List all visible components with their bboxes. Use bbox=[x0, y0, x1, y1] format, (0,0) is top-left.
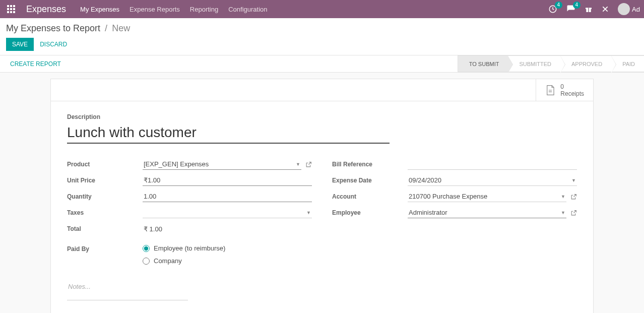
form-wrapper: 0 Receipts Description Product ▼ bbox=[0, 73, 644, 313]
nav-right: 4 4 Ad bbox=[548, 3, 640, 15]
breadcrumb-sep: / bbox=[105, 23, 107, 33]
nav-reporting[interactable]: Reporting bbox=[190, 6, 218, 13]
unit-price-label: Unit Price bbox=[67, 177, 143, 184]
total-label: Total bbox=[67, 225, 143, 232]
create-report-button[interactable]: CREATE REPORT bbox=[10, 60, 61, 68]
breadcrumb: My Expenses to Report / New bbox=[6, 23, 638, 34]
brand-title: Expenses bbox=[26, 4, 66, 15]
form-body: Description Product ▼ bbox=[51, 101, 593, 313]
user-label: Ad bbox=[632, 6, 640, 13]
nav-my-expenses[interactable]: My Expenses bbox=[80, 6, 119, 13]
paid-by-employee-label: Employee (to reimburse) bbox=[154, 244, 225, 252]
external-link-icon[interactable] bbox=[305, 161, 312, 168]
receipts-count: 0 bbox=[560, 83, 584, 90]
messages-badge: 4 bbox=[573, 2, 581, 9]
receipts-button[interactable]: 0 Receipts bbox=[536, 79, 593, 101]
avatar bbox=[618, 3, 630, 15]
status-approved[interactable]: APPROVED bbox=[560, 55, 611, 72]
quantity-label: Quantity bbox=[67, 193, 143, 200]
breadcrumb-current: New bbox=[112, 23, 130, 33]
left-column: Product ▼ Unit Price bbox=[67, 158, 312, 302]
header-actions: SAVE DISCARD bbox=[6, 38, 638, 55]
top-nav: Expenses My Expenses Expense Reports Rep… bbox=[0, 0, 644, 18]
user-menu[interactable]: Ad bbox=[618, 3, 640, 15]
paid-by-company-radio[interactable] bbox=[143, 258, 150, 265]
breadcrumb-root[interactable]: My Expenses to Report bbox=[6, 23, 100, 33]
product-label: Product bbox=[67, 161, 143, 168]
paid-by-employee-radio[interactable] bbox=[143, 245, 150, 252]
close-icon[interactable] bbox=[602, 6, 609, 13]
employee-input[interactable] bbox=[408, 207, 566, 218]
paid-by-company-option[interactable]: Company bbox=[143, 257, 225, 265]
svg-rect-3 bbox=[588, 8, 589, 12]
status-to-submit[interactable]: TO SUBMIT bbox=[458, 55, 508, 72]
gift-icon[interactable] bbox=[585, 5, 593, 13]
nav-configuration[interactable]: Configuration bbox=[228, 6, 267, 13]
expense-date-label: Expense Date bbox=[332, 177, 408, 184]
product-input[interactable] bbox=[143, 159, 301, 170]
status-submitted[interactable]: SUBMITTED bbox=[508, 55, 560, 72]
account-input[interactable] bbox=[408, 191, 566, 202]
taxes-label: Taxes bbox=[67, 209, 143, 216]
activity-badge: 4 bbox=[555, 2, 563, 9]
description-label: Description bbox=[67, 113, 577, 120]
paid-by-label: Paid By bbox=[67, 244, 143, 253]
form-topbar: 0 Receipts bbox=[51, 79, 593, 101]
messages-icon[interactable]: 4 bbox=[566, 5, 575, 14]
apps-icon[interactable] bbox=[6, 4, 16, 14]
paid-by-company-label: Company bbox=[154, 257, 182, 265]
secondary-bar: CREATE REPORT TO SUBMIT SUBMITTED APPROV… bbox=[0, 55, 644, 73]
nav-expense-reports[interactable]: Expense Reports bbox=[130, 6, 180, 13]
discard-button[interactable]: DISCARD bbox=[40, 41, 67, 48]
external-link-icon[interactable] bbox=[570, 210, 577, 216]
status-bar: TO SUBMIT SUBMITTED APPROVED PAID bbox=[458, 55, 644, 72]
save-button[interactable]: SAVE bbox=[6, 38, 34, 51]
external-link-icon[interactable] bbox=[570, 194, 577, 200]
unit-price-input[interactable] bbox=[143, 175, 312, 186]
right-column: Bill Reference Expense Date ▼ Accoun bbox=[332, 158, 577, 302]
employee-label: Employee bbox=[332, 209, 408, 216]
paid-by-employee-option[interactable]: Employee (to reimburse) bbox=[143, 244, 225, 252]
form-sheet: 0 Receipts Description Product ▼ bbox=[50, 79, 594, 313]
account-label: Account bbox=[332, 193, 408, 200]
quantity-input[interactable] bbox=[143, 191, 312, 202]
page-header: My Expenses to Report / New SAVE DISCARD bbox=[0, 18, 644, 55]
receipts-label: Receipts bbox=[560, 90, 584, 97]
nav-links: My Expenses Expense Reports Reporting Co… bbox=[80, 6, 267, 13]
bill-reference-input[interactable] bbox=[408, 159, 577, 170]
activity-icon[interactable]: 4 bbox=[548, 5, 557, 14]
description-input[interactable] bbox=[67, 122, 390, 144]
bill-reference-label: Bill Reference bbox=[332, 161, 408, 168]
notes-textarea[interactable] bbox=[67, 281, 188, 300]
total-value: ₹ 1.00 bbox=[143, 224, 163, 234]
expense-date-input[interactable] bbox=[408, 175, 577, 186]
taxes-input[interactable] bbox=[143, 207, 312, 218]
document-icon bbox=[545, 85, 555, 96]
